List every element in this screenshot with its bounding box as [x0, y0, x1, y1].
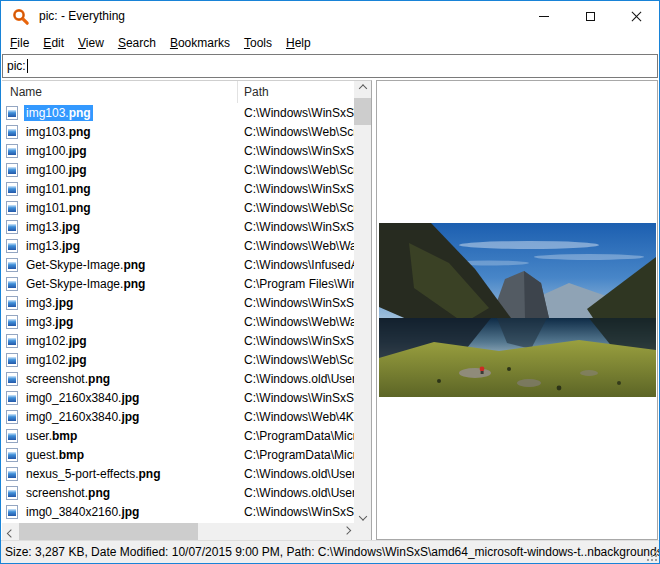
path-cell: C:\ProgramData\Micr: [238, 429, 354, 443]
path-cell: C:\Windows\WinSxS\a: [238, 220, 354, 234]
scroll-left-arrow-icon[interactable]: [2, 523, 19, 540]
search-input[interactable]: pic:: [2, 54, 658, 78]
name-cell: img103.png: [2, 124, 238, 140]
table-row[interactable]: screenshot.png C:\Windows.old\Users: [2, 483, 354, 502]
horizontal-scrollbar-thumb[interactable]: [19, 523, 198, 540]
name-cell: img102.jpg: [2, 333, 238, 349]
column-header-name[interactable]: Name: [2, 81, 238, 103]
image-file-icon: [6, 163, 18, 177]
path-cell: C:\Windows\Web\Wa: [238, 239, 354, 253]
image-file-icon: [6, 315, 18, 329]
image-file-icon: [6, 296, 18, 310]
everything-app-icon: [12, 8, 30, 26]
maximize-button[interactable]: [567, 1, 613, 32]
window-title: pic: - Everything: [39, 1, 125, 32]
menu-item-edit[interactable]: Edit: [36, 34, 71, 52]
image-file-icon: [6, 106, 18, 120]
table-row[interactable]: img102.jpg C:\Windows\WinSxS\a: [2, 331, 354, 350]
table-row[interactable]: img0_2160x3840.jpg C:\Windows\Web\4K\W: [2, 407, 354, 426]
table-row[interactable]: img3.jpg C:\Windows\Web\Wa: [2, 312, 354, 331]
table-row[interactable]: img0_3840x2160.jpg C:\Windows\WinSxS\a: [2, 502, 354, 521]
table-row[interactable]: img100.jpg C:\Windows\Web\Scr: [2, 160, 354, 179]
file-name: Get-Skype-Image.png: [24, 276, 147, 292]
table-row[interactable]: Get-Skype-Image.png C:\Program Files\Win: [2, 274, 354, 293]
menu-item-help[interactable]: Help: [279, 34, 318, 52]
table-row[interactable]: img101.png C:\Windows\Web\Scr: [2, 198, 354, 217]
name-cell: img0_2160x3840.jpg: [2, 390, 238, 406]
table-row[interactable]: Get-Skype-Image.png C:\Windows\InfusedA: [2, 255, 354, 274]
scroll-right-arrow-icon[interactable]: [338, 523, 355, 540]
name-cell: Get-Skype-Image.png: [2, 276, 238, 292]
title-bar[interactable]: pic: - Everything: [1, 1, 659, 32]
image-file-icon: [6, 410, 18, 424]
text-caret: [27, 59, 28, 73]
close-button[interactable]: [613, 1, 659, 32]
name-cell: img100.jpg: [2, 143, 238, 159]
vertical-scrollbar[interactable]: [354, 81, 371, 523]
file-name: img13.jpg: [24, 238, 82, 254]
menu-item-file[interactable]: File: [3, 34, 36, 52]
name-cell: img3.jpg: [2, 314, 238, 330]
path-cell: C:\Windows.old\Users: [238, 372, 354, 386]
file-name: img100.jpg: [24, 143, 89, 159]
table-row[interactable]: img103.png C:\Windows\Web\Scr: [2, 122, 354, 141]
table-row[interactable]: img3.jpg C:\Windows\WinSxS\a: [2, 293, 354, 312]
table-row[interactable]: img103.png C:\Windows\WinSxS\a: [2, 103, 354, 122]
file-name: Get-Skype-Image.png: [24, 257, 147, 273]
file-name: img102.jpg: [24, 352, 89, 368]
path-cell: C:\Windows\Web\Scr: [238, 353, 354, 367]
file-name: img103.png: [24, 124, 93, 140]
path-cell: C:\Windows\Web\Scr: [238, 163, 354, 177]
image-file-icon: [6, 220, 18, 234]
table-row[interactable]: img13.jpg C:\Windows\Web\Wa: [2, 236, 354, 255]
menu-item-bookmarks[interactable]: Bookmarks: [163, 34, 237, 52]
horizontal-scrollbar[interactable]: [2, 523, 355, 540]
preview-image: [379, 223, 656, 397]
name-cell: screenshot.png: [2, 485, 238, 501]
path-cell: C:\Windows\Web\4K\W: [238, 410, 354, 424]
vertical-scrollbar-thumb[interactable]: [354, 98, 371, 125]
name-cell: img101.png: [2, 200, 238, 216]
table-row[interactable]: img101.png C:\Windows\WinSxS\a: [2, 179, 354, 198]
table-row[interactable]: screenshot.png C:\Windows.old\Users: [2, 369, 354, 388]
menu-item-tools[interactable]: Tools: [237, 34, 279, 52]
image-file-icon: [6, 144, 18, 158]
results-list: Name Path img103.png C:\Windows\WinSxS\a…: [2, 80, 372, 540]
table-row[interactable]: guest.bmp C:\ProgramData\Micr: [2, 445, 354, 464]
path-cell: C:\Windows\Web\Scr: [238, 201, 354, 215]
name-cell: img13.jpg: [2, 219, 238, 235]
path-cell: C:\Windows\WinSxS\a: [238, 334, 354, 348]
table-row[interactable]: img0_2160x3840.jpg C:\Windows\WinSxS\a: [2, 388, 354, 407]
table-row[interactable]: user.bmp C:\ProgramData\Micr: [2, 426, 354, 445]
path-cell: C:\Windows\WinSxS\a: [238, 182, 354, 196]
everything-window: pic: - Everything FileEditViewSearchBook…: [0, 0, 660, 564]
file-name: user.bmp: [24, 428, 79, 444]
menu-bar: FileEditViewSearchBookmarksToolsHelp: [1, 32, 659, 54]
menu-item-view[interactable]: View: [71, 34, 111, 52]
file-name: img102.jpg: [24, 333, 89, 349]
table-row[interactable]: img102.jpg C:\Windows\Web\Scr: [2, 350, 354, 369]
column-header-path[interactable]: Path: [238, 81, 354, 103]
table-row[interactable]: img100.jpg C:\Windows\WinSxS\a: [2, 141, 354, 160]
name-cell: nexus_5-port-effects.png: [2, 466, 238, 482]
path-cell: C:\Windows.old\Users: [238, 467, 354, 481]
file-name: img13.jpg: [24, 219, 82, 235]
menu-item-search[interactable]: Search: [111, 34, 163, 52]
minimize-button[interactable]: [521, 1, 567, 32]
image-file-icon: [6, 334, 18, 348]
file-name: screenshot.png: [24, 371, 112, 387]
preview-pane: [376, 80, 658, 540]
path-cell: C:\ProgramData\Micr: [238, 448, 354, 462]
file-name: screenshot.png: [24, 485, 112, 501]
image-file-icon: [6, 182, 18, 196]
resize-grip-icon[interactable]: [645, 549, 658, 562]
name-cell: img102.jpg: [2, 352, 238, 368]
image-file-icon: [6, 239, 18, 253]
scroll-down-arrow-icon[interactable]: [354, 506, 371, 523]
name-cell: Get-Skype-Image.png: [2, 257, 238, 273]
scroll-up-arrow-icon[interactable]: [354, 81, 371, 98]
name-cell: img101.png: [2, 181, 238, 197]
table-row[interactable]: nexus_5-port-effects.png C:\Windows.old\…: [2, 464, 354, 483]
image-file-icon: [6, 125, 18, 139]
table-row[interactable]: img13.jpg C:\Windows\WinSxS\a: [2, 217, 354, 236]
